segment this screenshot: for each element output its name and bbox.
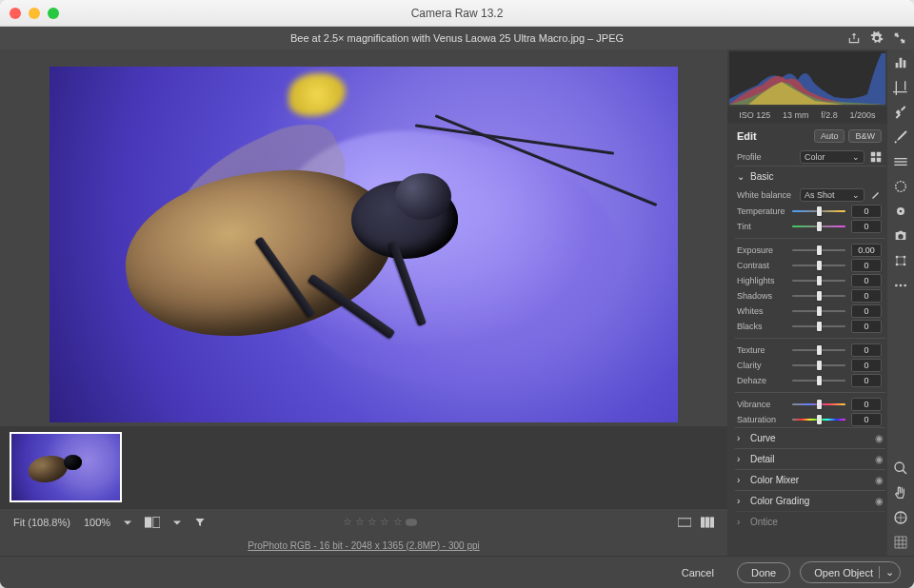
gradient-tool-icon[interactable]: [893, 154, 908, 169]
texture-value[interactable]: 0: [851, 343, 882, 357]
dehaze-slider[interactable]: [792, 374, 845, 387]
exposure-value[interactable]: 0.00: [851, 244, 882, 257]
detail-label: Detail: [750, 454, 775, 464]
eyedropper-icon[interactable]: [870, 189, 882, 201]
zoom-100-label[interactable]: 100%: [84, 517, 110, 528]
compare-icon[interactable]: [145, 517, 160, 528]
open-object-button[interactable]: Open Object ⌄: [800, 561, 901, 583]
svg-rect-0: [145, 517, 151, 527]
dehaze-value[interactable]: 0: [851, 374, 882, 387]
fullscreen-icon[interactable]: [893, 31, 906, 45]
saturation-value[interactable]: 0: [851, 413, 882, 426]
whites-slider[interactable]: [792, 304, 845, 318]
hand-tool-icon[interactable]: [893, 485, 908, 500]
healing-tool-icon[interactable]: [893, 105, 908, 120]
radial-tool-icon[interactable]: [893, 179, 908, 194]
color-grading-section-header[interactable]: ›Color Grading◉: [735, 490, 885, 511]
contrast-label: Contrast: [737, 261, 786, 270]
auto-button[interactable]: Auto: [814, 129, 845, 143]
chevron-down-icon: ⌄: [852, 152, 860, 162]
vibrance-value[interactable]: 0: [851, 398, 882, 411]
zoom-fit-label[interactable]: Fit (108.8%): [13, 517, 70, 528]
vibrance-slider[interactable]: [792, 398, 845, 411]
thumbnail-1[interactable]: [10, 432, 122, 502]
highlights-label: Highlights: [737, 276, 786, 285]
exposure-slider[interactable]: [792, 244, 845, 257]
shadows-label: Shadows: [737, 291, 786, 301]
highlights-value[interactable]: 0: [851, 274, 882, 287]
rating-stars[interactable]: ☆ ☆ ☆ ☆ ☆: [343, 516, 402, 528]
profile-select[interactable]: Color ⌄: [800, 150, 864, 164]
profile-browser-icon[interactable]: [870, 151, 882, 163]
filmstrip-toggle-icon[interactable]: [701, 517, 714, 528]
blacks-value[interactable]: 0: [851, 320, 882, 333]
visibility-icon[interactable]: ◉: [875, 454, 884, 464]
zoom-tool-icon[interactable]: [893, 461, 908, 476]
preset-tool-icon[interactable]: [893, 253, 908, 268]
shadows-slider[interactable]: [792, 289, 845, 303]
chevron-right-icon: ›: [737, 517, 746, 527]
zoom-dropdown-icon[interactable]: [124, 519, 131, 526]
color-label-icon[interactable]: [406, 518, 417, 527]
svg-rect-4: [701, 517, 705, 527]
contrast-value[interactable]: 0: [851, 259, 882, 272]
svg-point-22: [900, 284, 903, 287]
chevron-right-icon: ›: [737, 475, 746, 485]
filter-icon[interactable]: [194, 517, 206, 528]
cancel-button[interactable]: Cancel: [668, 563, 727, 582]
share-icon[interactable]: [847, 31, 861, 45]
more-tool-icon[interactable]: [893, 278, 908, 293]
crop-tool-icon[interactable]: [893, 80, 908, 95]
tint-value[interactable]: 0: [851, 220, 882, 233]
clarity-label: Clarity: [737, 361, 786, 370]
gear-icon[interactable]: [870, 31, 884, 45]
image-info-link[interactable]: ProPhoto RGB - 16 bit - 2048 x 1365 (2.8…: [0, 535, 727, 556]
done-button[interactable]: Done: [737, 562, 790, 583]
color-mixer-section-header[interactable]: ›Color Mixer◉: [735, 469, 885, 490]
clarity-value[interactable]: 0: [851, 359, 882, 372]
wb-select[interactable]: As Shot ⌄: [800, 188, 864, 202]
optics-section-header[interactable]: ›Ontice: [735, 511, 885, 532]
compare-dropdown-icon[interactable]: [173, 519, 181, 526]
clarity-slider[interactable]: [792, 359, 845, 372]
edit-panel: ISO 125 13 mm f/2.8 1/200s Edit Auto B&W: [727, 49, 887, 556]
temperature-value[interactable]: 0: [851, 205, 882, 218]
close-window-button[interactable]: [10, 8, 21, 19]
whites-value[interactable]: 0: [851, 304, 882, 318]
saturation-slider[interactable]: [792, 413, 845, 426]
visibility-icon[interactable]: ◉: [875, 475, 884, 485]
curve-section-header[interactable]: ›Curve◉: [735, 427, 885, 448]
chevron-right-icon: ›: [737, 433, 746, 443]
svg-rect-6: [710, 517, 714, 527]
chevron-down-icon: ⌄: [737, 171, 746, 182]
svg-rect-8: [877, 152, 882, 157]
sampler-tool-icon[interactable]: [893, 510, 908, 525]
snapshot-tool-icon[interactable]: [893, 228, 908, 244]
redeye-tool-icon[interactable]: [893, 204, 908, 219]
window-title: Camera Raw 13.2: [411, 7, 504, 20]
highlights-slider[interactable]: [792, 274, 845, 287]
zoom-window-button[interactable]: [48, 8, 59, 19]
bw-button[interactable]: B&W: [848, 129, 882, 143]
brush-tool-icon[interactable]: [893, 129, 908, 145]
visibility-icon[interactable]: ◉: [875, 433, 884, 443]
minimize-window-button[interactable]: [29, 8, 40, 19]
edit-tool-icon[interactable]: [893, 55, 908, 70]
histogram[interactable]: [729, 51, 885, 105]
texture-slider[interactable]: [792, 343, 845, 357]
contrast-slider[interactable]: [792, 259, 845, 272]
detail-section-header[interactable]: ›Detail◉: [735, 448, 885, 469]
blacks-slider[interactable]: [792, 320, 845, 333]
basic-section-header[interactable]: ⌄ Basic: [735, 166, 885, 186]
shadows-value[interactable]: 0: [851, 289, 882, 303]
grid-view-icon[interactable]: [678, 517, 691, 528]
texture-label: Texture: [737, 345, 786, 355]
temperature-slider[interactable]: [792, 205, 845, 218]
svg-rect-1: [153, 517, 160, 527]
canvas-area[interactable]: [0, 49, 727, 426]
tint-slider[interactable]: [792, 220, 845, 233]
grid-tool-icon[interactable]: [893, 535, 908, 550]
chevron-down-icon[interactable]: ⌄: [879, 566, 894, 578]
image-canvas[interactable]: [50, 67, 678, 422]
visibility-icon[interactable]: ◉: [875, 496, 884, 506]
